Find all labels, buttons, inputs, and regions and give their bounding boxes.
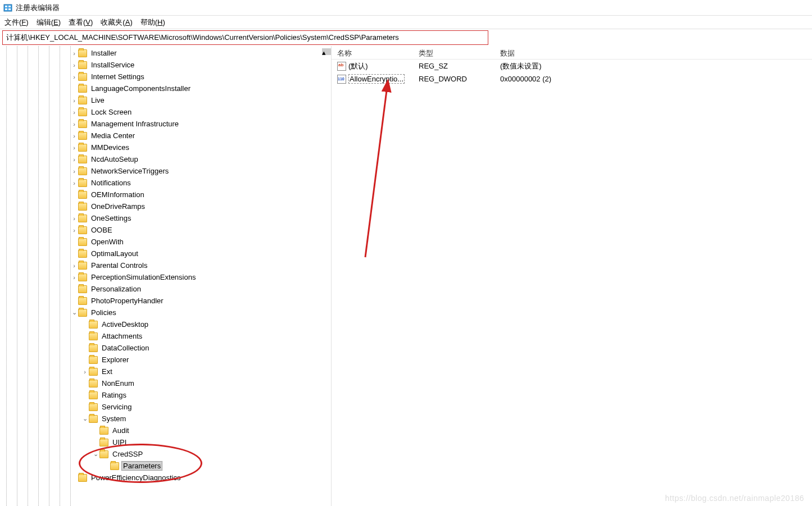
collapse-icon[interactable]: ⌄ xyxy=(92,450,99,458)
tree-item[interactable]: ›PerceptionSimulationExtensions xyxy=(0,271,331,283)
expand-icon[interactable]: › xyxy=(81,368,89,375)
tree-item-label: NetworkServiceTriggers xyxy=(89,166,170,176)
list-row[interactable]: (默认)REG_SZ(数值未设置) xyxy=(332,60,812,72)
expand-icon[interactable]: › xyxy=(70,227,78,234)
tree-item[interactable]: PhotoPropertyHandler xyxy=(0,295,331,307)
menu-view[interactable]: 查看(V) xyxy=(69,17,93,28)
tree-item-label: Parental Controls xyxy=(89,261,149,270)
folder-icon xyxy=(78,85,87,93)
tree-item[interactable]: Servicing xyxy=(0,401,331,413)
list-row[interactable]: AllowEncryptio...REG_DWORD0x00000002 (2) xyxy=(332,72,812,85)
expand-icon[interactable]: › xyxy=(70,133,78,139)
tree-item[interactable]: ›Management Infrastructure xyxy=(0,118,331,130)
menu-help[interactable]: 帮助(H) xyxy=(140,17,165,28)
expand-icon[interactable]: › xyxy=(70,168,78,175)
expand-icon[interactable]: › xyxy=(70,274,78,281)
folder-icon xyxy=(78,285,87,293)
tree-item[interactable]: NonEnum xyxy=(0,377,331,389)
expand-icon[interactable]: › xyxy=(70,62,78,69)
expand-icon[interactable]: › xyxy=(70,156,78,163)
tree-item[interactable]: ›Ext xyxy=(0,366,331,377)
window-title: 注册表编辑器 xyxy=(16,3,60,13)
expand-icon[interactable]: › xyxy=(70,180,78,186)
folder-icon xyxy=(78,156,87,163)
menu-edit[interactable]: 编辑(E) xyxy=(37,17,61,28)
tree-item[interactable]: Audit xyxy=(0,425,331,436)
tree-item[interactable]: Ratings xyxy=(0,389,331,401)
tree-item-label: PerceptionSimulationExtensions xyxy=(89,272,197,282)
folder-icon xyxy=(78,226,87,234)
collapse-icon[interactable]: ⌄ xyxy=(70,309,78,316)
tree-item[interactable]: ›OneSettings xyxy=(0,212,331,224)
menu-favorites[interactable]: 收藏夹(A) xyxy=(101,17,132,28)
tree-item[interactable]: ›Parental Controls xyxy=(0,259,331,271)
tree-item-label: Explorer xyxy=(100,355,130,364)
menu-file[interactable]: 文件(F) xyxy=(4,17,29,28)
address-bar[interactable]: 计算机\HKEY_LOCAL_MACHINE\SOFTWARE\Microsof… xyxy=(2,30,488,45)
tree-item[interactable]: ›Media Center xyxy=(0,130,331,142)
tree-item[interactable]: PowerEfficiencyDiagnostics xyxy=(0,472,331,484)
tree-item[interactable]: ›MMDevices xyxy=(0,142,331,153)
tree-item[interactable]: OpenWith xyxy=(0,236,331,248)
folder-icon xyxy=(89,380,98,388)
tree-item-label: Internet Settings xyxy=(89,72,146,81)
folder-icon xyxy=(78,120,87,128)
col-header-type[interactable]: 类型 xyxy=(413,46,495,59)
tree-item[interactable]: ›Lock Screen xyxy=(0,106,331,118)
tree-item[interactable]: DataCollection xyxy=(0,342,331,354)
tree-item-label: Attachments xyxy=(100,331,144,341)
tree-item[interactable]: Parameters xyxy=(0,460,331,472)
expand-icon[interactable]: › xyxy=(70,121,78,127)
tree-item[interactable]: Explorer xyxy=(0,354,331,366)
tree-item[interactable]: ›Installer xyxy=(0,47,331,59)
tree-item[interactable]: OneDriveRamps xyxy=(0,200,331,212)
value-name: AllowEncryptio... xyxy=(348,74,405,84)
tree-item-label: Ratings xyxy=(100,390,128,400)
tree-item[interactable]: UIPI xyxy=(0,436,331,448)
folder-icon xyxy=(99,427,108,435)
expand-icon[interactable]: › xyxy=(70,144,78,151)
tree-item-label: OpenWith xyxy=(89,237,125,247)
col-header-data[interactable]: 数据 xyxy=(495,46,812,59)
folder-icon xyxy=(89,415,98,423)
folder-icon xyxy=(99,450,108,458)
tree-item[interactable]: ›OOBE xyxy=(0,224,331,236)
tree-item[interactable]: ›NetworkServiceTriggers xyxy=(0,165,331,177)
tree-item[interactable]: ⌄CredSSP xyxy=(0,448,331,460)
expand-icon[interactable]: › xyxy=(70,215,78,222)
expand-icon[interactable]: › xyxy=(70,50,78,57)
list-panel[interactable]: 名称 类型 数据 (默认)REG_SZ(数值未设置)AllowEncryptio… xyxy=(332,46,812,506)
tree-item-label: Personalization xyxy=(89,284,143,294)
tree-scroll-up[interactable]: ▴ xyxy=(322,48,331,55)
tree-item-label: Notifications xyxy=(89,178,133,188)
tree-item-label: OneSettings xyxy=(89,213,133,223)
tree-item[interactable]: OEMInformation xyxy=(0,189,331,200)
tree-item[interactable]: ⌄System xyxy=(0,413,331,425)
tree-item-label: Installer xyxy=(89,48,119,58)
tree-item-label: System xyxy=(100,414,128,423)
reg-dword-icon xyxy=(337,75,346,84)
tree-item[interactable]: Personalization xyxy=(0,283,331,295)
titlebar: 注册表编辑器 xyxy=(0,0,812,16)
expand-icon[interactable]: › xyxy=(70,109,78,116)
col-header-name[interactable]: 名称 xyxy=(332,46,413,59)
collapse-icon[interactable]: ⌄ xyxy=(81,415,89,422)
tree-item[interactable]: ›InstallService xyxy=(0,59,331,71)
folder-icon xyxy=(78,297,87,305)
tree-item[interactable]: ›Live xyxy=(0,94,331,106)
tree-item[interactable]: ›Internet Settings xyxy=(0,71,331,83)
expand-icon[interactable]: › xyxy=(70,97,78,104)
folder-icon xyxy=(78,250,87,258)
tree-item[interactable]: Attachments xyxy=(0,330,331,342)
expand-icon[interactable]: › xyxy=(70,74,78,80)
tree-item-label: Media Center xyxy=(89,131,137,140)
folder-icon xyxy=(78,144,87,152)
tree-item[interactable]: ActiveDesktop xyxy=(0,318,331,330)
tree-item[interactable]: ›NcdAutoSetup xyxy=(0,153,331,165)
tree-item[interactable]: ›Notifications xyxy=(0,177,331,189)
tree-item[interactable]: OptimalLayout xyxy=(0,248,331,259)
expand-icon[interactable]: › xyxy=(70,262,78,269)
tree-panel[interactable]: ▴ ›Installer›InstallService›Internet Set… xyxy=(0,46,332,506)
tree-item[interactable]: LanguageComponentsInstaller xyxy=(0,83,331,94)
tree-item[interactable]: ⌄Policies xyxy=(0,307,331,318)
